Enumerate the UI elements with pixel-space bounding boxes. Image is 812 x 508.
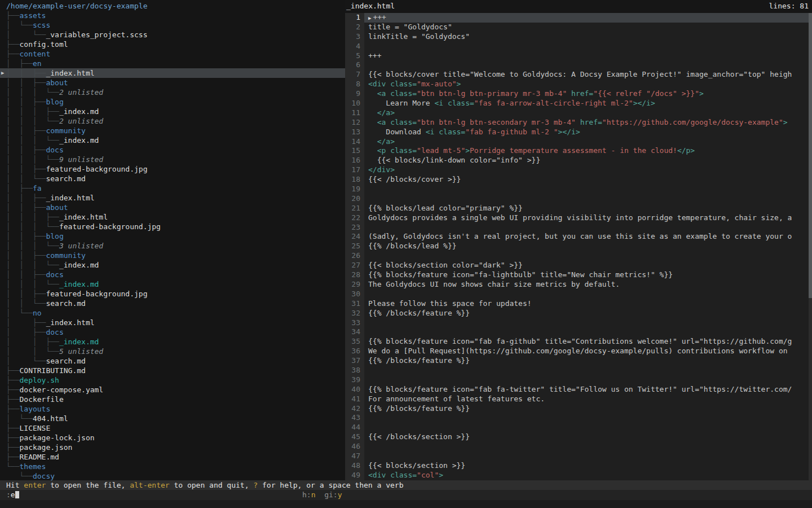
- code-line: 9 <a class="btn btn-lg btn-primary mr-3 …: [345, 89, 812, 99]
- tree-row[interactable]: │ │ └──search.md: [0, 174, 345, 183]
- tree-row-unlisted: │ │ │ └──3 unlisted: [0, 241, 345, 251]
- command-input-bar[interactable]: :eh:n gi:y: [0, 490, 812, 500]
- tree-row[interactable]: │ │ ├──featured-background.jpg: [0, 289, 345, 299]
- tree-row[interactable]: │ │ ├──_index.html: [0, 193, 345, 203]
- tree-row[interactable]: ├──docker-compose.yaml: [0, 385, 345, 395]
- tree-row[interactable]: │ │ ├──blog: [0, 97, 345, 107]
- tree-item-label: _index.md: [59, 261, 99, 269]
- tree-row[interactable]: │ └──scss: [0, 20, 345, 30]
- tree-row[interactable]: ├──deploy.sh: [0, 375, 345, 385]
- code-line: 46: [345, 442, 812, 452]
- code-line: 2title = "Goldydocs": [345, 23, 812, 32]
- tree-row[interactable]: │ └──no: [0, 308, 345, 318]
- tree-item-label: featured-background.jpg: [46, 290, 147, 298]
- line-number: 42: [345, 404, 364, 414]
- tree-row[interactable]: │ │ │ ├──_index.html: [0, 212, 345, 222]
- tree-row[interactable]: ├──content: [0, 49, 345, 59]
- line-number: 16: [345, 156, 364, 165]
- tree-row[interactable]: └──docsy: [0, 471, 345, 480]
- line-number: 37: [345, 356, 364, 366]
- tree-row[interactable]: │ │ │ ├──_index.md: [0, 107, 345, 116]
- tree-row[interactable]: ├──package.json: [0, 443, 345, 452]
- line-number: 43: [345, 413, 364, 423]
- tree-item-dir-label: docsy: [33, 472, 55, 480]
- tree-row[interactable]: ├──LICENSE: [0, 423, 345, 433]
- tree-row[interactable]: │ │ ├──community: [0, 251, 345, 260]
- preview-scrollbar-thumb[interactable]: [809, 13, 812, 298]
- tree-row[interactable]: ├──package-lock.json: [0, 433, 345, 443]
- tree-root-path: /home/example-user/docsy-example: [0, 1, 345, 11]
- tree-row[interactable]: │ │ ├──community: [0, 126, 345, 135]
- tree-item-label: _index.html: [46, 194, 94, 202]
- tree-item-dir-label: docs: [46, 270, 63, 279]
- line-number: 48: [345, 461, 364, 471]
- tree-row[interactable]: │ │ ├──about: [0, 203, 345, 212]
- line-number: 12: [345, 118, 364, 128]
- tree-row[interactable]: │ ├──_index.html: [0, 318, 345, 327]
- line-number: 24: [345, 232, 364, 242]
- tree-row[interactable]: │ │ │ └──_index.md: [0, 135, 345, 145]
- code-line: 30: [345, 290, 812, 299]
- tree-row[interactable]: │ ├──en: [0, 59, 345, 68]
- tree-branch-lines: │ └──: [6, 21, 33, 29]
- tree-row[interactable]: │ │ │ └──featured-background.jpg: [0, 222, 345, 231]
- code-line: 42{{% /blocks/feature %}}: [345, 404, 812, 414]
- tree-branch-lines: ├──: [6, 366, 19, 375]
- mode-toggles: h:n gi:y: [302, 490, 342, 500]
- tree-row[interactable]: ├──layouts: [0, 404, 345, 414]
- tree-row-unlisted: │ │ │ └──9 unlisted: [0, 155, 345, 164]
- tree-item-label: CONTRIBUTING.md: [19, 366, 85, 375]
- input-value: e: [11, 491, 15, 499]
- tree-row[interactable]: │ │ │ └──_index.md: [0, 279, 345, 289]
- tree-row[interactable]: │ │ ├──blog: [0, 231, 345, 241]
- tree-item-dir-label: blog: [46, 98, 63, 106]
- code-line: 41For announcement of latest features et…: [345, 395, 812, 404]
- tree-row[interactable]: │ │ └──search.md: [0, 299, 345, 308]
- tree-row[interactable]: │ │ │ └──_index.md: [0, 260, 345, 270]
- line-number: 22: [345, 213, 364, 223]
- tree-branch-lines: │ │ │ └──: [6, 280, 59, 288]
- tree-row[interactable]: ├──README.md: [0, 452, 345, 462]
- tree-row[interactable]: │ └──_variables_project.scss: [0, 30, 345, 40]
- code-line: 27{{< blocks/section color="dark" >}}: [345, 261, 812, 270]
- tree-row[interactable]: ├──config.toml: [0, 40, 345, 49]
- tree-branch-lines: │ │ ├──: [6, 251, 46, 260]
- tree-row[interactable]: ├──assets: [0, 11, 345, 20]
- tree-row[interactable]: │ └──search.md: [0, 356, 345, 366]
- tree-row[interactable]: │ └──404.html: [0, 414, 345, 423]
- tree-item-dir-label: about: [46, 203, 68, 212]
- line-number: 36: [345, 347, 364, 356]
- code-line: 12 <a class="btn btn-lg btn-secondary mr…: [345, 118, 812, 128]
- line-number: 6: [345, 60, 364, 70]
- tree-branch-lines: │ │ ├──: [6, 126, 46, 135]
- line-number: 23: [345, 223, 364, 233]
- tree-row-unlisted: │ │ └──5 unlisted: [0, 347, 345, 356]
- code-line: 8<div class="mx-auto">: [345, 80, 812, 89]
- tree-branch-lines: │ │ ├──: [6, 290, 46, 298]
- tree-row[interactable]: │ │ ├──_index.md: [0, 337, 345, 347]
- tree-row[interactable]: │ │ ├──featured-background.jpg: [0, 164, 345, 174]
- tree-item-label: _index.md: [59, 338, 99, 346]
- tree-row[interactable]: │ │ ├──docs: [0, 145, 345, 155]
- tree-item-dir-label: about: [46, 78, 68, 87]
- file-tree-panel: /home/example-user/docsy-example ├──asse…: [0, 0, 345, 480]
- tree-row[interactable]: └──themes: [0, 462, 345, 471]
- tree-row[interactable]: │ │ ├──docs: [0, 270, 345, 279]
- tree-row[interactable]: │ ├──fa: [0, 183, 345, 193]
- code-line: 22Goldydocs provides a single web UI pro…: [345, 213, 812, 223]
- tree-row[interactable]: │ ├──docs: [0, 327, 345, 337]
- file-tree: ├──assets│ └──scss│ └──_variables_projec…: [0, 11, 345, 480]
- tree-branch-lines: │ └──: [6, 309, 33, 317]
- preview-file-title: _index.html: [346, 0, 395, 13]
- tree-row[interactable]: │ │ ├──about: [0, 78, 345, 87]
- line-number: 5: [345, 51, 364, 61]
- tree-row[interactable]: ├──Dockerfile: [0, 395, 345, 404]
- preview-scrollbar[interactable]: [809, 13, 812, 480]
- code-line: 31Please follow this space for updates!: [345, 299, 812, 309]
- code-line: 32{{% /blocks/feature %}}: [345, 309, 812, 318]
- code-line: 13 Download <i class="fab fa-github ml-2…: [345, 128, 812, 137]
- tree-branch-lines: │ │ ├──: [6, 232, 46, 240]
- tree-row[interactable]: ├──CONTRIBUTING.md: [0, 366, 345, 375]
- tree-row[interactable]: ▶│ │ ├──_index.html: [0, 68, 345, 78]
- line-number: 25: [345, 242, 364, 251]
